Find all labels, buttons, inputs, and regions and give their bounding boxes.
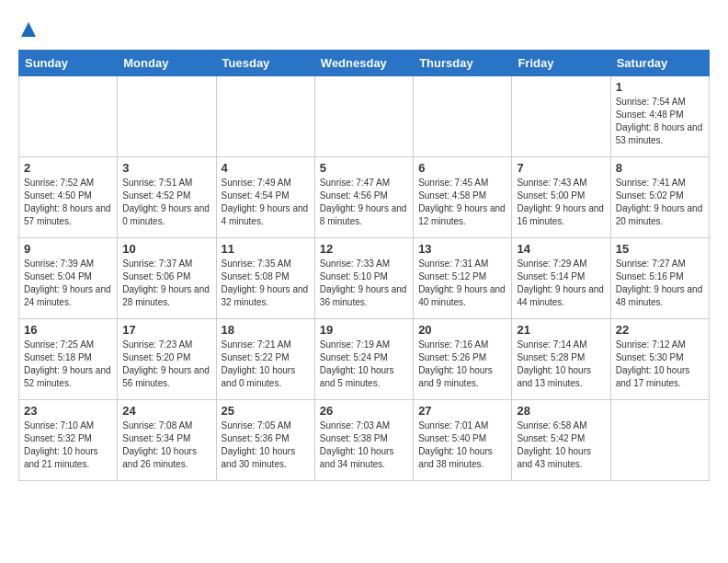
calendar-cell: 27Sunrise: 7:01 AMSunset: 5:40 PMDayligh… bbox=[414, 400, 512, 481]
day-number: 9 bbox=[24, 242, 112, 256]
day-number: 10 bbox=[122, 242, 210, 256]
day-number: 18 bbox=[222, 323, 310, 337]
calendar-cell: 14Sunrise: 7:29 AMSunset: 5:14 PMDayligh… bbox=[512, 238, 610, 319]
day-number: 12 bbox=[320, 242, 408, 256]
day-number: 3 bbox=[122, 161, 210, 175]
calendar-cell: 21Sunrise: 7:14 AMSunset: 5:28 PMDayligh… bbox=[512, 319, 610, 400]
calendar-cell bbox=[414, 76, 512, 157]
calendar-cell: 23Sunrise: 7:10 AMSunset: 5:32 PMDayligh… bbox=[19, 400, 118, 481]
calendar-cell: 5Sunrise: 7:47 AMSunset: 4:56 PMDaylight… bbox=[314, 157, 413, 238]
day-info: Sunrise: 7:29 AMSunset: 5:14 PMDaylight:… bbox=[517, 258, 605, 309]
day-info: Sunrise: 7:35 AMSunset: 5:08 PMDaylight:… bbox=[222, 258, 310, 309]
calendar-cell: 1Sunrise: 7:54 AMSunset: 4:48 PMDaylight… bbox=[610, 76, 709, 157]
day-number: 5 bbox=[320, 161, 408, 175]
day-number: 19 bbox=[320, 323, 408, 337]
calendar-cell: 19Sunrise: 7:19 AMSunset: 5:24 PMDayligh… bbox=[314, 319, 413, 400]
day-info: Sunrise: 7:05 AMSunset: 5:36 PMDaylight:… bbox=[222, 419, 310, 471]
weekday-header-wednesday: Wednesday bbox=[314, 51, 413, 76]
calendar-cell: 18Sunrise: 7:21 AMSunset: 5:22 PMDayligh… bbox=[216, 319, 314, 400]
day-number: 2 bbox=[24, 161, 112, 175]
day-info: Sunrise: 7:01 AMSunset: 5:40 PMDaylight:… bbox=[418, 419, 506, 471]
day-info: Sunrise: 7:54 AMSunset: 4:48 PMDaylight:… bbox=[616, 96, 704, 147]
day-info: Sunrise: 7:23 AMSunset: 5:20 PMDaylight:… bbox=[122, 339, 210, 390]
calendar-cell: 4Sunrise: 7:49 AMSunset: 4:54 PMDaylight… bbox=[216, 157, 314, 238]
calendar-cell: 28Sunrise: 6:58 AMSunset: 5:42 PMDayligh… bbox=[512, 400, 610, 481]
day-info: Sunrise: 7:12 AMSunset: 5:30 PMDaylight:… bbox=[616, 339, 704, 390]
calendar-cell bbox=[512, 76, 610, 157]
calendar-cell: 16Sunrise: 7:25 AMSunset: 5:18 PMDayligh… bbox=[19, 319, 118, 400]
weekday-header-thursday: Thursday bbox=[414, 51, 512, 76]
day-info: Sunrise: 7:10 AMSunset: 5:32 PMDaylight:… bbox=[24, 419, 112, 471]
day-info: Sunrise: 7:52 AMSunset: 4:50 PMDaylight:… bbox=[24, 177, 112, 228]
day-info: Sunrise: 7:08 AMSunset: 5:34 PMDaylight:… bbox=[122, 419, 210, 471]
day-info: Sunrise: 7:03 AMSunset: 5:38 PMDaylight:… bbox=[320, 419, 408, 471]
day-info: Sunrise: 7:21 AMSunset: 5:22 PMDaylight:… bbox=[222, 339, 310, 390]
day-number: 24 bbox=[122, 404, 210, 418]
calendar-cell: 22Sunrise: 7:12 AMSunset: 5:30 PMDayligh… bbox=[610, 319, 709, 400]
day-number: 22 bbox=[616, 323, 704, 337]
day-number: 27 bbox=[418, 404, 506, 418]
calendar-cell bbox=[610, 400, 709, 481]
calendar-cell: 13Sunrise: 7:31 AMSunset: 5:12 PMDayligh… bbox=[414, 238, 512, 319]
svg-marker-0 bbox=[21, 22, 36, 37]
day-number: 11 bbox=[222, 242, 310, 256]
day-info: Sunrise: 7:43 AMSunset: 5:00 PMDaylight:… bbox=[517, 177, 605, 228]
day-info: Sunrise: 7:47 AMSunset: 4:56 PMDaylight:… bbox=[320, 177, 408, 228]
day-info: Sunrise: 7:45 AMSunset: 4:58 PMDaylight:… bbox=[418, 177, 506, 228]
calendar-cell bbox=[118, 76, 216, 157]
day-info: Sunrise: 7:39 AMSunset: 5:04 PMDaylight:… bbox=[24, 258, 112, 309]
weekday-header-friday: Friday bbox=[512, 51, 610, 76]
day-number: 13 bbox=[418, 242, 506, 256]
calendar-cell: 8Sunrise: 7:41 AMSunset: 5:02 PMDaylight… bbox=[610, 157, 709, 238]
calendar-cell: 3Sunrise: 7:51 AMSunset: 4:52 PMDaylight… bbox=[118, 157, 216, 238]
calendar-cell: 24Sunrise: 7:08 AMSunset: 5:34 PMDayligh… bbox=[118, 400, 216, 481]
calendar-cell: 7Sunrise: 7:43 AMSunset: 5:00 PMDaylight… bbox=[512, 157, 610, 238]
calendar-cell bbox=[314, 76, 413, 157]
day-info: Sunrise: 7:14 AMSunset: 5:28 PMDaylight:… bbox=[517, 339, 605, 390]
weekday-header-saturday: Saturday bbox=[610, 51, 709, 76]
day-info: Sunrise: 7:41 AMSunset: 5:02 PMDaylight:… bbox=[616, 177, 704, 228]
day-info: Sunrise: 7:27 AMSunset: 5:16 PMDaylight:… bbox=[616, 258, 704, 309]
day-number: 17 bbox=[122, 323, 210, 337]
calendar-cell: 6Sunrise: 7:45 AMSunset: 4:58 PMDaylight… bbox=[414, 157, 512, 238]
day-number: 7 bbox=[517, 161, 605, 175]
day-number: 25 bbox=[222, 404, 310, 418]
calendar-cell: 10Sunrise: 7:37 AMSunset: 5:06 PMDayligh… bbox=[118, 238, 216, 319]
calendar-cell: 20Sunrise: 7:16 AMSunset: 5:26 PMDayligh… bbox=[414, 319, 512, 400]
day-number: 23 bbox=[24, 404, 112, 418]
day-info: Sunrise: 6:58 AMSunset: 5:42 PMDaylight:… bbox=[517, 419, 605, 471]
calendar-cell: 15Sunrise: 7:27 AMSunset: 5:16 PMDayligh… bbox=[610, 238, 709, 319]
day-info: Sunrise: 7:33 AMSunset: 5:10 PMDaylight:… bbox=[320, 258, 408, 309]
weekday-header-monday: Monday bbox=[118, 51, 216, 76]
calendar-cell: 9Sunrise: 7:39 AMSunset: 5:04 PMDaylight… bbox=[19, 238, 118, 319]
day-number: 21 bbox=[517, 323, 605, 337]
day-number: 8 bbox=[616, 161, 704, 175]
day-info: Sunrise: 7:16 AMSunset: 5:26 PMDaylight:… bbox=[418, 339, 506, 390]
calendar-cell: 2Sunrise: 7:52 AMSunset: 4:50 PMDaylight… bbox=[19, 157, 118, 238]
day-number: 14 bbox=[517, 242, 605, 256]
calendar-cell: 12Sunrise: 7:33 AMSunset: 5:10 PMDayligh… bbox=[314, 238, 413, 319]
day-info: Sunrise: 7:19 AMSunset: 5:24 PMDaylight:… bbox=[320, 339, 408, 390]
day-info: Sunrise: 7:51 AMSunset: 4:52 PMDaylight:… bbox=[122, 177, 210, 228]
day-number: 26 bbox=[320, 404, 408, 418]
day-number: 20 bbox=[418, 323, 506, 337]
day-number: 16 bbox=[24, 323, 112, 337]
weekday-header-tuesday: Tuesday bbox=[216, 51, 314, 76]
day-number: 28 bbox=[517, 404, 605, 418]
day-number: 4 bbox=[222, 161, 310, 175]
day-number: 1 bbox=[616, 80, 704, 94]
calendar-cell bbox=[19, 76, 118, 157]
calendar: SundayMondayTuesdayWednesdayThursdayFrid… bbox=[18, 50, 710, 481]
day-info: Sunrise: 7:25 AMSunset: 5:18 PMDaylight:… bbox=[24, 339, 112, 390]
calendar-cell: 17Sunrise: 7:23 AMSunset: 5:20 PMDayligh… bbox=[118, 319, 216, 400]
day-info: Sunrise: 7:49 AMSunset: 4:54 PMDaylight:… bbox=[222, 177, 310, 228]
calendar-cell: 25Sunrise: 7:05 AMSunset: 5:36 PMDayligh… bbox=[216, 400, 314, 481]
day-info: Sunrise: 7:37 AMSunset: 5:06 PMDaylight:… bbox=[122, 258, 210, 309]
weekday-header-sunday: Sunday bbox=[19, 51, 118, 76]
day-number: 15 bbox=[616, 242, 704, 256]
day-info: Sunrise: 7:31 AMSunset: 5:12 PMDaylight:… bbox=[418, 258, 506, 309]
day-number: 6 bbox=[418, 161, 506, 175]
calendar-cell bbox=[216, 76, 314, 157]
calendar-cell: 26Sunrise: 7:03 AMSunset: 5:38 PMDayligh… bbox=[314, 400, 413, 481]
logo bbox=[18, 18, 36, 40]
